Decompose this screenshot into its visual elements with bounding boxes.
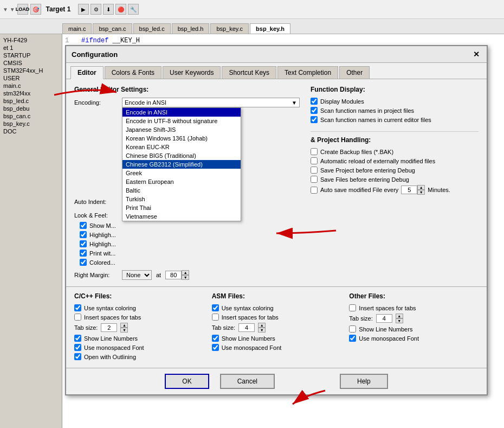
other-monospace-checkbox[interactable] bbox=[349, 335, 356, 342]
other-spaces-checkbox[interactable] bbox=[349, 304, 356, 311]
tab-other[interactable]: Other bbox=[339, 66, 370, 79]
cpp-outlining-checkbox[interactable] bbox=[74, 353, 81, 360]
encoding-option-eastern-european[interactable]: Eastern European bbox=[122, 177, 241, 186]
tab-user-keywords[interactable]: User Keywords bbox=[163, 66, 221, 79]
cpp-tab-up[interactable]: ▲ bbox=[120, 323, 128, 328]
other-tab-size-input[interactable] bbox=[376, 314, 392, 323]
function-display-label: Function Display: bbox=[311, 86, 479, 93]
download-icon[interactable]: ⬇ bbox=[103, 4, 114, 15]
cpp-outlining-label: Open with Outlining bbox=[84, 354, 136, 360]
asm-monospace-checkbox[interactable] bbox=[212, 344, 219, 351]
encoding-option-baltic[interactable]: Baltic bbox=[122, 186, 241, 195]
other-tab-down[interactable]: ▼ bbox=[396, 318, 403, 323]
right-margin-spin: ▲ ▼ bbox=[165, 270, 189, 280]
encoding-option-utf8[interactable]: Encode in UTF-8 without signature bbox=[122, 117, 241, 125]
encoding-option-korean-euc[interactable]: Korean EUC-KR bbox=[122, 143, 241, 151]
tab-text-completion[interactable]: Text Completion bbox=[277, 66, 338, 79]
encoding-option-chinese-big5[interactable]: Chinese BIG5 (Traditional) bbox=[122, 151, 241, 160]
cpp-line-nums-row: Show Line Numbers bbox=[74, 335, 204, 342]
encoding-option-print-thai[interactable]: Print Thai bbox=[122, 203, 241, 212]
highlight2-checkbox[interactable] bbox=[80, 240, 87, 247]
ok-button[interactable]: OK bbox=[165, 374, 209, 389]
encoding-option-greek[interactable]: Greek bbox=[122, 169, 241, 177]
other-tab-up[interactable]: ▲ bbox=[396, 314, 403, 318]
cpp-syntax-checkbox[interactable] bbox=[74, 304, 81, 311]
asm-tab-up[interactable]: ▲ bbox=[258, 323, 266, 328]
right-margin-spin-buttons: ▲ ▼ bbox=[182, 270, 189, 280]
scan-project-checkbox[interactable] bbox=[311, 107, 318, 114]
asm-spaces-checkbox[interactable] bbox=[212, 314, 219, 321]
display-modules-label: Display Modules bbox=[320, 98, 364, 105]
print-wit-checkbox[interactable] bbox=[80, 250, 87, 257]
asm-syntax-checkbox[interactable] bbox=[212, 304, 219, 311]
right-margin-input[interactable] bbox=[165, 271, 182, 279]
encoding-option-japanese[interactable]: Japanese Shift-JIS bbox=[122, 125, 241, 134]
tab-bsp-key-h[interactable]: bsp_key.h bbox=[250, 23, 290, 34]
tab-editor[interactable]: Editor bbox=[70, 66, 104, 79]
scan-editor-checkbox[interactable] bbox=[311, 116, 318, 123]
highlight1-label: Highligh... bbox=[89, 232, 116, 238]
tab-bsp-can-c[interactable]: bsp_can.c bbox=[93, 23, 132, 34]
build-icon[interactable]: ⚙ bbox=[91, 4, 101, 15]
tab-bsp-led-h[interactable]: bsp_led.h bbox=[172, 23, 210, 34]
tab-colors-fonts[interactable]: Colors & Fonts bbox=[105, 66, 161, 79]
display-modules-row: Display Modules bbox=[311, 98, 479, 105]
right-margin-up[interactable]: ▲ bbox=[182, 270, 189, 275]
encoding-dropdown-list[interactable]: Encode in ANSI Encode in UTF-8 without s… bbox=[122, 107, 241, 221]
target-icon[interactable]: 🎯 bbox=[30, 4, 41, 15]
highlight1-checkbox[interactable] bbox=[80, 231, 87, 238]
other-monospace-row: Use monospaced Font bbox=[349, 335, 479, 342]
asm-tab-size-input[interactable] bbox=[238, 323, 255, 332]
cpp-monospace-checkbox[interactable] bbox=[74, 344, 81, 351]
right-margin-label: Right Margin: bbox=[74, 272, 118, 278]
auto-save-label: Auto save modified File every bbox=[320, 187, 398, 193]
auto-reload-checkbox[interactable] bbox=[311, 157, 318, 164]
encoding-select[interactable]: Encode in ANSI ▼ bbox=[122, 98, 300, 107]
save-files-checkbox[interactable] bbox=[311, 176, 318, 183]
encoding-row: Encoding: Encode in ANSI ▼ Encode in ANS… bbox=[74, 98, 300, 107]
cpp-spaces-checkbox[interactable] bbox=[74, 314, 81, 321]
encoding-option-korean-johab[interactable]: Korean Windows 1361 (Johab) bbox=[122, 134, 241, 143]
load-icon[interactable]: LOAD bbox=[17, 4, 28, 15]
dialog-close-button[interactable]: ✕ bbox=[471, 49, 481, 59]
cpp-syntax-row: Use syntax coloring bbox=[74, 304, 204, 311]
asm-spaces-label: Insert spaces for tabs bbox=[222, 314, 279, 321]
cancel-button[interactable]: Cancel bbox=[220, 374, 275, 389]
dialog-overlay: Configuration ✕ Editor Colors & Fonts Us… bbox=[0, 34, 504, 428]
encoding-option-chinese-gb2312[interactable]: Chinese GB2312 (Simplified) bbox=[122, 160, 241, 169]
asm-line-nums-checkbox[interactable] bbox=[212, 335, 219, 342]
right-margin-select[interactable]: None bbox=[122, 270, 152, 280]
save-project-checkbox[interactable] bbox=[311, 167, 318, 174]
cpp-spaces-row: Insert spaces for tabs bbox=[74, 314, 204, 321]
tab-bsp-key-c[interactable]: bsp_key.c bbox=[210, 23, 249, 34]
project-handling-section: & Project Handling: Create Backup files … bbox=[311, 136, 479, 195]
compile-icon[interactable]: ▶ bbox=[78, 4, 89, 15]
help-button[interactable]: Help bbox=[340, 374, 388, 389]
colored-checkbox[interactable] bbox=[80, 259, 87, 266]
tab-shortcut-keys[interactable]: Shortcut Keys bbox=[222, 66, 276, 79]
right-margin-down[interactable]: ▼ bbox=[182, 275, 189, 280]
cpp-tab-down[interactable]: ▼ bbox=[120, 328, 128, 333]
cpp-tab-size-label: Tab size: bbox=[74, 324, 98, 331]
backup-checkbox[interactable] bbox=[311, 148, 318, 155]
show-m-checkbox[interactable] bbox=[80, 222, 87, 229]
settings-icon[interactable]: 🔧 bbox=[128, 4, 139, 15]
other-line-nums-checkbox[interactable] bbox=[349, 325, 356, 333]
auto-save-checkbox[interactable] bbox=[311, 187, 318, 194]
auto-save-input[interactable] bbox=[401, 186, 417, 194]
encoding-option-turkish[interactable]: Turkish bbox=[122, 195, 241, 203]
auto-save-down[interactable]: ▼ bbox=[417, 190, 425, 195]
encoding-option-vietnamese[interactable]: Vietnamese bbox=[122, 212, 241, 221]
asm-monospace-label: Use monospaced Font bbox=[222, 344, 282, 351]
encoding-option-ansi[interactable]: Encode in ANSI bbox=[122, 108, 241, 117]
cpp-line-nums-checkbox[interactable] bbox=[74, 335, 81, 342]
display-modules-checkbox[interactable] bbox=[311, 98, 318, 105]
configuration-dialog: Configuration ✕ Editor Colors & Fonts Us… bbox=[65, 45, 488, 395]
debug-icon[interactable]: 🔴 bbox=[115, 4, 126, 15]
tab-main-c[interactable]: main.c bbox=[62, 23, 92, 34]
divider-1 bbox=[311, 131, 479, 132]
asm-tab-down[interactable]: ▼ bbox=[258, 328, 266, 333]
tab-bsp-led-c[interactable]: bsp_led.c bbox=[133, 23, 171, 34]
cpp-tab-size-input[interactable] bbox=[101, 323, 117, 332]
auto-save-up[interactable]: ▲ bbox=[417, 185, 425, 190]
